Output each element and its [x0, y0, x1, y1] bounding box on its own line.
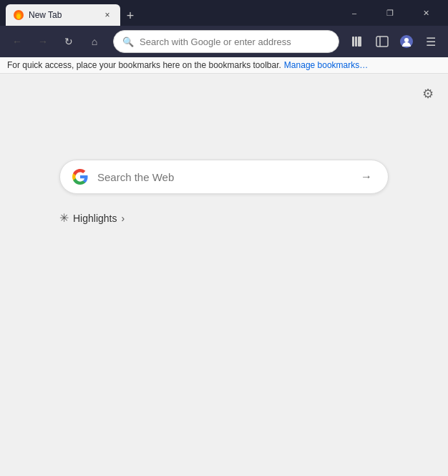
tab-close-button[interactable]: ×: [102, 9, 113, 21]
window-controls: – ❐ ✕: [338, 0, 442, 26]
highlights-label: Highlights: [73, 213, 117, 224]
svg-rect-6: [376, 37, 388, 47]
nav-icons: ☰: [346, 30, 442, 53]
highlights-chevron-icon: ›: [121, 213, 125, 224]
bookmarks-bar: For quick access, place your bookmarks h…: [0, 57, 448, 74]
account-button[interactable]: [395, 30, 418, 53]
google-search-input[interactable]: [97, 171, 348, 183]
manage-bookmarks-link[interactable]: Manage bookmarks…: [284, 60, 368, 70]
tab-favicon: [13, 9, 24, 21]
menu-button[interactable]: ☰: [419, 30, 442, 53]
google-logo-icon: [72, 168, 89, 185]
svg-rect-3: [352, 37, 354, 47]
address-input[interactable]: [140, 37, 330, 47]
svg-point-2: [17, 14, 21, 19]
address-bar[interactable]: 🔍: [113, 30, 339, 53]
customize-button[interactable]: ⚙: [417, 82, 439, 105]
home-button[interactable]: ⌂: [83, 30, 106, 53]
search-icon: 🔍: [122, 37, 134, 47]
reload-button[interactable]: ↻: [57, 30, 80, 53]
google-search-area: →: [59, 160, 389, 194]
back-button[interactable]: ←: [6, 30, 29, 53]
svg-rect-4: [355, 37, 357, 47]
svg-point-9: [404, 38, 409, 42]
highlights-section[interactable]: ✳ Highlights ›: [59, 211, 389, 225]
sidebar-button[interactable]: [371, 30, 394, 53]
address-bar-wrap: 🔍: [113, 30, 339, 53]
minimize-button[interactable]: –: [338, 0, 371, 26]
google-search-box[interactable]: →: [59, 160, 389, 194]
title-bar: New Tab × + – ❐ ✕: [0, 0, 448, 26]
tab-title: New Tab: [29, 10, 97, 20]
tab-group: New Tab × +: [6, 0, 335, 26]
search-submit-button[interactable]: →: [356, 167, 376, 187]
active-tab[interactable]: New Tab ×: [6, 4, 120, 26]
nav-bar: ← → ↻ ⌂ 🔍: [0, 26, 448, 57]
highlights-icon: ✳: [59, 211, 69, 225]
page-content: ⚙ → ✳ Highlights ›: [0, 74, 448, 472]
new-tab-button[interactable]: +: [120, 6, 140, 26]
svg-rect-5: [358, 37, 361, 47]
maximize-button[interactable]: ❐: [374, 0, 406, 26]
close-button[interactable]: ✕: [409, 0, 442, 26]
forward-button[interactable]: →: [31, 30, 54, 53]
library-button[interactable]: [346, 30, 369, 53]
bookmarks-message: For quick access, place your bookmarks h…: [7, 60, 281, 70]
